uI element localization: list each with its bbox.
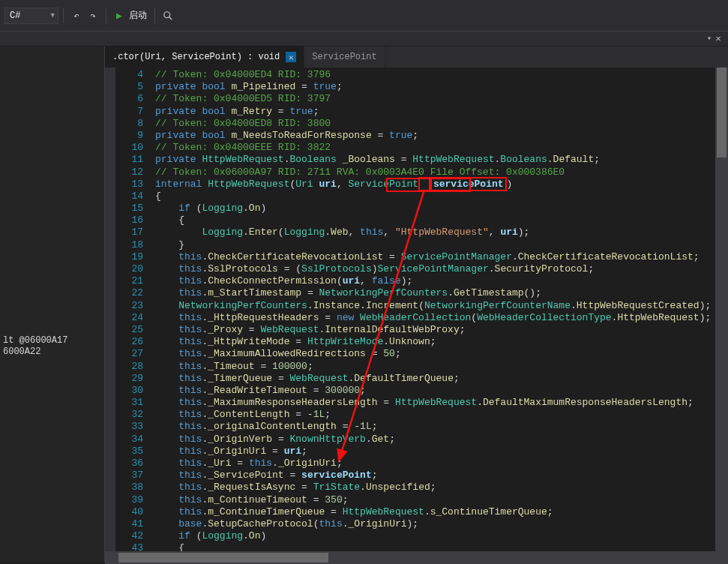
code-line: this._Uri = this._OriginUri; — [149, 458, 715, 470]
pin-icon[interactable]: ▾ — [707, 34, 712, 43]
code-line: this._originalContentLength = -1L; — [149, 421, 715, 433]
code-line: private HttpWebRequest.Booleans _Boolean… — [149, 154, 715, 166]
line-number: 37 — [115, 470, 143, 482]
code-line: this._ContentLength = -1L; — [149, 409, 715, 421]
line-number: 10 — [115, 142, 143, 154]
line-number: 25 — [115, 324, 143, 336]
sidebar-item[interactable]: 6000A22 — [0, 346, 104, 358]
line-number: 11 — [115, 154, 143, 166]
line-number: 8 — [115, 118, 143, 130]
code-line: this.m_ContinueTimeout = 350; — [149, 494, 715, 506]
line-number: 6 — [115, 93, 143, 105]
line-number: 12 — [115, 166, 143, 178]
code-line: this.CheckCertificateRevocationList = Se… — [149, 251, 715, 263]
line-number: 36 — [115, 458, 143, 470]
line-number: 14 — [115, 190, 143, 202]
line-number: 31 — [115, 397, 143, 409]
code-editor[interactable]: 4567891011121314151617181920212223242526… — [105, 68, 728, 562]
line-gutter: 4567891011121314151617181920212223242526… — [115, 68, 149, 562]
tab-ctor[interactable]: .ctor(Uri, ServicePoint) : void ✕ — [105, 46, 304, 68]
scrollbar-vertical[interactable] — [715, 68, 728, 562]
line-number: 17 — [115, 226, 143, 238]
language-combo[interactable]: C# ▼ — [4, 8, 58, 24]
line-number: 7 — [115, 106, 143, 118]
code-line: this._OriginVerb = KnownHttpVerb.Get; — [149, 434, 715, 446]
line-number: 22 — [115, 287, 143, 299]
line-number: 40 — [115, 506, 143, 518]
line-number: 30 — [115, 385, 143, 397]
code-line: this._HttpWriteMode = HttpWriteMode.Unkn… — [149, 336, 715, 348]
line-number: 4 — [115, 69, 143, 81]
code-line: if (Logging.On) — [149, 202, 715, 214]
line-number: 15 — [115, 202, 143, 214]
line-number: 39 — [115, 494, 143, 506]
sidebar-item[interactable]: lt @06000A17 — [0, 334, 104, 346]
line-number: 19 — [115, 251, 143, 263]
sidebar: lt @06000A176000A22oid @06000A83Result @… — [0, 46, 105, 562]
close-icon[interactable]: ✕ — [286, 52, 296, 62]
code-line: base.SetupCacheProtocol(this._OriginUri)… — [149, 518, 715, 530]
code-line: this._RequestIsAsync = TriState.Unspecif… — [149, 482, 715, 494]
line-number: 33 — [115, 421, 143, 433]
code-line: this.CheckConnectPermission(uri, false); — [149, 275, 715, 287]
code-line: { — [149, 190, 715, 202]
line-number: 20 — [115, 263, 143, 275]
code-line: this.m_ContinueTimerQueue = HttpWebReque… — [149, 506, 715, 518]
code-line: } — [149, 239, 715, 251]
line-number: 16 — [115, 214, 143, 226]
line-number: 27 — [115, 348, 143, 360]
toolbar: C# ▼ ↶ ↷ ▶ 启动 — [0, 0, 728, 32]
code-line: // Token: 0x04000ED4 RID: 3796 — [149, 69, 715, 81]
code-line: if (Logging.On) — [149, 530, 715, 542]
code-line: // Token: 0x04000ED5 RID: 3797 — [149, 93, 715, 105]
line-number: 28 — [115, 361, 143, 373]
code-line: this._MaximumResponseHeadersLength = Htt… — [149, 397, 715, 409]
close-icon[interactable]: ✕ — [713, 33, 724, 44]
tab-label: .ctor(Uri, ServicePoint) : void — [112, 52, 280, 62]
tab-servicepoint[interactable]: ServicePoint — [304, 46, 385, 68]
line-number: 26 — [115, 336, 143, 348]
line-number: 29 — [115, 373, 143, 385]
separator — [154, 8, 155, 23]
line-number: 32 — [115, 409, 143, 421]
separator — [106, 8, 106, 23]
line-number: 13 — [115, 178, 143, 190]
svg-line-1 — [169, 16, 172, 20]
line-number: 35 — [115, 446, 143, 458]
code-line: this._Proxy = WebRequest.InternalDefault… — [149, 324, 715, 336]
code-line: // Token: 0x04000EEE RID: 3822 — [149, 142, 715, 154]
play-icon[interactable]: ▶ — [111, 8, 127, 24]
redo-icon[interactable]: ↷ — [85, 8, 101, 24]
scrollbar-horizontal[interactable] — [105, 551, 728, 564]
chevron-down-icon: ▼ — [51, 12, 55, 20]
code-line: // Token: 0x04000ED8 RID: 3800 — [149, 118, 715, 130]
line-number: 41 — [115, 518, 143, 530]
code-line: private bool m_Pipelined = true; — [149, 81, 715, 93]
code-line: private bool m_NeedsToReadForResponse = … — [149, 130, 715, 142]
launch-label[interactable]: 启动 — [129, 9, 147, 22]
line-number: 23 — [115, 300, 143, 312]
code-line: this._ReadWriteTimeout = 300000; — [149, 385, 715, 397]
code-line: internal HttpWebRequest(Uri uri, Service… — [149, 178, 715, 190]
line-number: 18 — [115, 239, 143, 251]
code-line: this._TimerQueue = WebRequest.DefaultTim… — [149, 373, 715, 385]
line-number: 42 — [115, 530, 143, 542]
code-line: { — [149, 214, 715, 226]
search-icon[interactable] — [160, 8, 176, 24]
tab-label: ServicePoint — [312, 52, 376, 62]
line-number: 38 — [115, 482, 143, 494]
code-line: this.SslProtocols = (SslProtocols)Servic… — [149, 263, 715, 275]
left-panel-header: ▾ ✕ — [0, 32, 728, 46]
undo-icon[interactable]: ↶ — [68, 8, 85, 24]
language-combo-text: C# — [10, 10, 20, 21]
line-number: 34 — [115, 434, 143, 446]
code-line: this._HttpRequestHeaders = new WebHeader… — [149, 312, 715, 324]
line-number: 21 — [115, 275, 143, 287]
line-number: 24 — [115, 312, 143, 324]
scrollbar-thumb[interactable] — [717, 68, 727, 158]
line-number: 9 — [115, 130, 143, 142]
scrollbar-thumb[interactable] — [118, 553, 328, 562]
code-area[interactable]: // Token: 0x04000ED4 RID: 3796private bo… — [149, 68, 715, 562]
code-line: this.m_StartTimestamp = NetworkingPerfCo… — [149, 287, 715, 299]
code-line: this._ServicePoint = servicePoint; — [149, 470, 715, 482]
